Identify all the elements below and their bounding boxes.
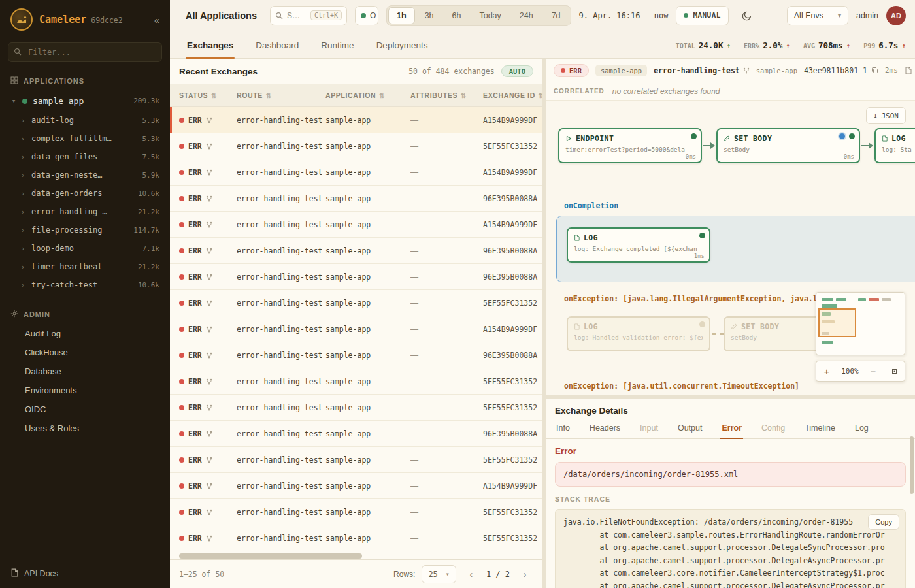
sort-icon: ⇅ xyxy=(211,92,217,99)
sidebar-admin-item[interactable]: OIDC xyxy=(0,400,170,419)
node-log-completion[interactable]: LOG log: Exchange completed [${exchan 1m… xyxy=(567,227,710,263)
node-set-body[interactable]: SET BODY setBody 0ms xyxy=(716,128,860,163)
details-tab[interactable]: Error xyxy=(720,420,743,438)
global-search[interactable]: S… Ctrl+K xyxy=(270,6,347,25)
rows-per-page-select[interactable]: 25 ▾ xyxy=(422,565,456,583)
auto-refresh-badge[interactable]: AUTO xyxy=(501,65,533,77)
date-range[interactable]: 9. Apr. 16:16 – now xyxy=(579,11,669,20)
sidebar-route-item[interactable]: › file-processing 114.7k xyxy=(0,221,170,239)
table-row[interactable]: ERR error-handling-test sample-app — 5EF… xyxy=(170,368,542,395)
details-tab[interactable]: Output xyxy=(676,420,704,438)
live-toggle[interactable]: O xyxy=(355,6,378,25)
column-header[interactable]: STATUS ⇅ xyxy=(179,91,237,99)
details-tab[interactable]: Headers xyxy=(588,420,622,438)
exchange-id-cell: 96E395B0088A xyxy=(483,351,542,360)
sidebar-route-item[interactable]: › data-gen-neste… 5.9k xyxy=(0,166,170,184)
sidebar-route-item[interactable]: › error-handling-… 21.2k xyxy=(0,203,170,221)
node-subtitle: log: Handled validation error: ${exce xyxy=(574,334,703,341)
environment-select[interactable]: All Envs ▾ xyxy=(787,6,848,25)
time-range-button[interactable]: 7d xyxy=(543,7,569,24)
details-tab[interactable]: Input xyxy=(639,420,659,438)
minimap-viewport[interactable] xyxy=(818,308,856,337)
zoom-out-button[interactable]: − xyxy=(863,366,884,377)
table-body: ERR error-handling-test sample-app — A15… xyxy=(170,107,542,551)
copy-icon[interactable] xyxy=(871,67,878,74)
zoom-fit-button[interactable] xyxy=(884,361,905,381)
table-row[interactable]: ERR error-handling-test sample-app — 5EF… xyxy=(170,447,542,473)
diagram-canvas[interactable]: ↓ JSON ENDPOINT timer:errorTest?period=5… xyxy=(546,101,915,395)
sidebar-filter-input[interactable] xyxy=(8,42,162,62)
node-subtitle: log: Sta xyxy=(882,146,915,153)
time-range-button[interactable]: 3h xyxy=(416,7,442,24)
table-row[interactable]: ERR error-handling-test sample-app — 96E… xyxy=(170,264,542,290)
sidebar-route-item[interactable]: › data-gen-orders 10.6k xyxy=(0,184,170,203)
vertical-scrollbar[interactable] xyxy=(910,436,914,494)
time-range-button[interactable]: 6h xyxy=(444,7,470,24)
details-tab[interactable]: Info xyxy=(555,420,571,438)
dark-mode-toggle[interactable] xyxy=(737,5,757,26)
time-range-button[interactable]: 24h xyxy=(511,7,542,24)
time-range-button[interactable]: Today xyxy=(471,7,509,24)
prev-page-button[interactable]: ‹ xyxy=(463,566,480,583)
nav-tab[interactable]: Runtime xyxy=(320,34,355,58)
next-page-button[interactable]: › xyxy=(516,566,533,583)
node-endpoint[interactable]: ENDPOINT timer:errorTest?period=5000&del… xyxy=(558,128,702,163)
table-row[interactable]: ERR error-handling-test sample-app — 5EF… xyxy=(170,525,542,551)
node-log[interactable]: LOG log: Sta xyxy=(874,128,915,163)
sidebar-admin-item[interactable]: Users & Roles xyxy=(0,419,170,438)
download-json-button[interactable]: ↓ JSON xyxy=(866,107,906,124)
table-row[interactable]: ERR error-handling-test sample-app — 96E… xyxy=(170,186,542,212)
stat-value: 2.0% xyxy=(763,41,782,50)
details-tab[interactable]: Log xyxy=(854,420,870,438)
sidebar-admin-item[interactable]: Environments xyxy=(0,381,170,400)
table-row[interactable]: ERR error-handling-test sample-app — 96E… xyxy=(170,342,542,368)
route-count: 21.2k xyxy=(138,208,159,216)
sidebar-admin-item[interactable]: Audit Log xyxy=(0,324,170,343)
column-header[interactable]: ATTRIBUTES ⇅ xyxy=(410,91,483,99)
sidebar-admin-item[interactable]: Database xyxy=(0,362,170,381)
avatar[interactable]: AD xyxy=(886,6,906,25)
column-header[interactable]: ROUTE ⇅ xyxy=(237,91,325,99)
nav-tab[interactable]: Deployments xyxy=(375,34,429,58)
table-row[interactable]: ERR error-handling-test sample-app — 5EF… xyxy=(170,395,542,421)
nav-tab[interactable]: Dashboard xyxy=(254,34,300,58)
table-row[interactable]: ERR error-handling-test sample-app — 5EF… xyxy=(170,290,542,316)
sidebar-route-item[interactable]: › try-catch-test 10.6k xyxy=(0,276,170,294)
sidebar-route-item[interactable]: › complex-fulfillm… 5.3k xyxy=(0,129,170,148)
sidebar-admin-item[interactable]: ClickHouse xyxy=(0,343,170,362)
sidebar-route-item[interactable]: › data-gen-files 7.5k xyxy=(0,148,170,166)
table-row[interactable]: ERR error-handling-test sample-app — A15… xyxy=(170,473,542,499)
table-row[interactable]: ERR error-handling-test sample-app — 5EF… xyxy=(170,499,542,525)
document-icon[interactable] xyxy=(905,67,912,74)
sidebar-route-item[interactable]: › timer-heartbeat 21.2k xyxy=(0,257,170,276)
table-row[interactable]: ERR error-handling-test sample-app — A15… xyxy=(170,316,542,342)
pencil-icon xyxy=(731,323,737,330)
sidebar-item-sample-app[interactable]: ▾ sample app 209.3k xyxy=(0,91,170,111)
table-row[interactable]: ERR error-handling-test sample-app — A15… xyxy=(170,212,542,238)
column-header[interactable]: EXCHANGE ID ⇅ xyxy=(483,91,542,99)
column-header[interactable]: APPLICATION ⇅ xyxy=(325,91,410,99)
api-docs-link[interactable]: API Docs xyxy=(0,559,170,588)
zoom-in-button[interactable]: + xyxy=(816,366,837,377)
details-tab[interactable]: Timeline xyxy=(803,420,837,438)
minimap[interactable] xyxy=(816,292,905,355)
chevron-down-icon: ▾ xyxy=(10,97,17,105)
manual-mode-button[interactable]: MANUAL xyxy=(676,6,728,25)
json-button-label: JSON xyxy=(882,112,899,120)
node-log-exception[interactable]: LOG log: Handled validation error: ${exc… xyxy=(567,316,710,351)
details-tab[interactable]: Config xyxy=(760,420,786,438)
sidebar-collapse-button[interactable]: « xyxy=(154,14,159,25)
nav-tab[interactable]: Exchanges xyxy=(186,34,235,58)
time-range-button[interactable]: 1h xyxy=(388,7,415,24)
exchange-route[interactable]: error-handling-test xyxy=(654,66,750,75)
table-row[interactable]: ERR error-handling-test sample-app — A15… xyxy=(170,107,542,133)
table-row[interactable]: ERR error-handling-test sample-app — 5EF… xyxy=(170,133,542,159)
sidebar-route-item[interactable]: › audit-log 5.3k xyxy=(0,111,170,129)
table-row[interactable]: ERR error-handling-test sample-app — 96E… xyxy=(170,238,542,264)
table-row[interactable]: ERR error-handling-test sample-app — A15… xyxy=(170,159,542,186)
table-row[interactable]: ERR error-handling-test sample-app — 96E… xyxy=(170,421,542,447)
copy-stack-button[interactable]: Copy xyxy=(868,514,899,530)
sidebar-route-item[interactable]: › loop-demo 7.1k xyxy=(0,239,170,257)
scrollbar-thumb[interactable] xyxy=(179,553,362,559)
horizontal-scrollbar xyxy=(179,553,533,559)
